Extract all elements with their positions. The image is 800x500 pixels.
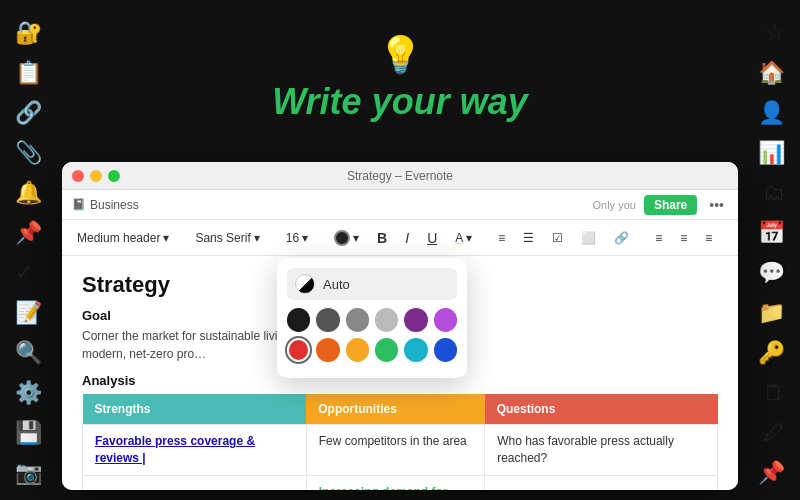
table-row: Favorable press coverage & reviews | Few…: [83, 425, 718, 476]
ordered-list-button[interactable]: ☰: [516, 228, 541, 248]
th-strengths: Strengths: [83, 394, 307, 425]
text-color-button[interactable]: ▾: [327, 227, 366, 249]
color-green[interactable]: [375, 338, 398, 362]
strengths-link[interactable]: Favorable press coverage & reviews |: [95, 434, 255, 465]
strikethrough-button[interactable]: S: [731, 228, 738, 248]
color-blue[interactable]: [434, 338, 457, 362]
app-window: Strategy – Evernote 📓 Business Only you …: [62, 162, 738, 490]
style-selector[interactable]: Medium header ▾: [70, 228, 176, 248]
menu-right: Only you Share •••: [593, 195, 729, 215]
color-gray[interactable]: [346, 308, 369, 332]
toolbar: Medium header ▾ Sans Serif ▾ 16 ▾ ▾ B I …: [62, 220, 738, 256]
auto-color-icon: [295, 274, 315, 294]
window-title: Strategy – Evernote: [347, 169, 453, 183]
color-dark-gray[interactable]: [316, 308, 339, 332]
window-controls: [72, 170, 120, 182]
color-cyan[interactable]: [404, 338, 427, 362]
color-picker-popup: Auto: [277, 258, 467, 378]
swot-table: Strengths Opportunities Questions Favora…: [82, 394, 718, 490]
link-button[interactable]: 🔗: [607, 228, 636, 248]
sharing-status: Only you: [593, 199, 636, 211]
notebook-name: Business: [90, 198, 139, 212]
lightbulb-icon: 💡: [378, 37, 423, 73]
hero-title-highlight: your way: [372, 81, 528, 122]
cell-opportunities-2: Increasing demand for green: [306, 475, 484, 490]
table-row: Increasing demand for green: [83, 475, 718, 490]
color-swatch: [334, 230, 350, 246]
share-button[interactable]: Share: [644, 195, 697, 215]
font-selector[interactable]: Sans Serif ▾: [188, 228, 266, 248]
minimize-button[interactable]: [90, 170, 102, 182]
underline-button[interactable]: U: [420, 227, 444, 249]
color-violet[interactable]: [434, 308, 457, 332]
maximize-button[interactable]: [108, 170, 120, 182]
cell-opportunities-1: Few competitors in the area: [306, 425, 484, 476]
notebook-icon: 📓: [72, 198, 86, 211]
hero-section: 💡 Write your way: [0, 0, 800, 160]
highlight-button[interactable]: A ▾: [448, 228, 479, 248]
color-row-1: [287, 308, 457, 332]
italic-button[interactable]: I: [398, 227, 416, 249]
notebook-selector[interactable]: 📓 Business: [72, 198, 139, 212]
image-button[interactable]: ⬜: [574, 228, 603, 248]
align-center-button[interactable]: ≡: [673, 228, 694, 248]
cell-questions-1: Who has favorable press actually reached…: [485, 425, 718, 476]
unordered-list-button[interactable]: ≡: [491, 228, 512, 248]
close-button[interactable]: [72, 170, 84, 182]
color-yellow[interactable]: [346, 338, 369, 362]
color-orange[interactable]: [316, 338, 339, 362]
cell-strengths-2: [83, 475, 307, 490]
color-black[interactable]: [287, 308, 310, 332]
th-questions: Questions: [485, 394, 718, 425]
hero-title: Write your way: [272, 81, 527, 123]
green-text: Increasing demand for green: [319, 485, 448, 490]
more-options-button[interactable]: •••: [705, 197, 728, 213]
auto-label: Auto: [323, 277, 350, 292]
color-row-2: [287, 338, 457, 362]
cell-questions-2: [485, 475, 718, 490]
th-opportunities: Opportunities: [306, 394, 484, 425]
align-right-button[interactable]: ≡: [698, 228, 719, 248]
cell-strengths-1: Favorable press coverage & reviews |: [83, 425, 307, 476]
color-purple[interactable]: [404, 308, 427, 332]
color-red[interactable]: [287, 338, 310, 362]
bold-button[interactable]: B: [370, 227, 394, 249]
menu-bar: 📓 Business Only you Share •••: [62, 190, 738, 220]
hero-title-prefix: Write: [272, 81, 371, 122]
align-left-button[interactable]: ≡: [648, 228, 669, 248]
color-light-gray[interactable]: [375, 308, 398, 332]
title-bar: Strategy – Evernote: [62, 162, 738, 190]
font-size-selector[interactable]: 16 ▾: [279, 228, 315, 248]
checklist-button[interactable]: ☑: [545, 228, 570, 248]
color-auto-option[interactable]: Auto: [287, 268, 457, 300]
